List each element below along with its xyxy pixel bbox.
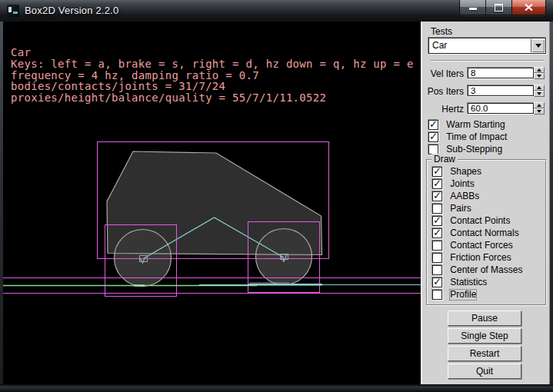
checkbox-row-joints[interactable]: ✓ Joints xyxy=(432,179,522,189)
spinner-down-button[interactable] xyxy=(534,108,545,115)
spinner-up-button[interactable] xyxy=(534,102,545,108)
spinner-row-vel-iters: Vel Iters 8 xyxy=(424,68,547,78)
checkbox-row-center-of-masses[interactable]: ✓ Center of Masses xyxy=(432,265,522,275)
checkbox-label: Time of Impact xyxy=(446,132,507,142)
test-select-arrow-button[interactable] xyxy=(531,39,545,52)
spinner-label: Vel Iters xyxy=(424,68,464,79)
spinner-field[interactable]: 60.0 xyxy=(468,103,534,114)
checkbox-label: Center of Masses xyxy=(450,265,522,275)
spinner-arrows xyxy=(534,85,545,97)
checkmark-icon: ✓ xyxy=(433,276,441,287)
checkbox-row-friction-forces[interactable]: ✓ Friction Forces xyxy=(432,253,522,263)
spinner-field[interactable]: 3 xyxy=(468,85,534,96)
checkmark-icon: ✓ xyxy=(433,227,441,238)
spinner-row-hertz: Hertz 60.0 xyxy=(424,103,547,114)
checkbox-row-contact-normals[interactable]: ✓ Contact Normals xyxy=(432,228,522,238)
close-button[interactable] xyxy=(511,0,545,15)
checkbox-joints[interactable]: ✓ xyxy=(432,179,442,189)
arrow-up-icon xyxy=(537,86,541,89)
pause-button[interactable]: Pause xyxy=(448,311,521,326)
checkbox-row-contact-forces[interactable]: ✓ Contact Forces xyxy=(432,241,522,251)
checkbox-row-warm-starting[interactable]: ✓ Warm Starting xyxy=(428,120,507,130)
spinner-down-button[interactable] xyxy=(534,73,545,79)
debug-line: Car xyxy=(11,47,414,58)
simulation-canvas[interactable]: CarKeys: left = a, brake = s, right = d,… xyxy=(3,22,421,384)
debug-line: frequency = 4 hz, damping ratio = 0.7 xyxy=(11,70,414,81)
spinner-field[interactable]: 8 xyxy=(468,68,534,78)
draw-toggles: ✓ Shapes ✓ Joints ✓ AABBs ✓ Pairs ✓ Cont… xyxy=(432,167,522,302)
spinner-value: 60.0 xyxy=(471,104,488,113)
arrow-up-icon xyxy=(537,104,541,107)
spinner-row-pos-iters: Pos Iters 3 xyxy=(424,85,547,96)
checkbox-label: Warm Starting xyxy=(446,120,505,130)
test-select[interactable]: Car xyxy=(428,38,546,54)
debug-line: Keys: left = a, brake = s, right = d, hz… xyxy=(11,58,414,70)
checkbox-time-of-impact[interactable]: ✓ xyxy=(428,132,438,142)
checkbox-label: Friction Forces xyxy=(450,253,511,263)
checkbox-pairs[interactable]: ✓ xyxy=(432,204,442,214)
iteration-spinners: Vel Iters 8 Pos Iters 3 Hertz 60.0 xyxy=(424,68,547,121)
spinner-up-button[interactable] xyxy=(534,85,545,91)
restart-button[interactable]: Restart xyxy=(448,346,521,361)
window-title: Box2D Version 2.2.0 xyxy=(25,5,118,16)
action-buttons: PauseSingle StepRestartQuit xyxy=(448,311,521,381)
checkbox-statistics[interactable]: ✓ xyxy=(432,277,442,287)
checkbox-row-profile[interactable]: ✓ Profile xyxy=(432,290,522,300)
arrow-down-icon xyxy=(537,92,541,95)
separator xyxy=(430,60,544,61)
close-icon xyxy=(524,3,534,12)
checkbox-label: Shapes xyxy=(450,167,481,177)
checkbox-friction-forces[interactable]: ✓ xyxy=(432,253,442,263)
checkbox-row-pairs[interactable]: ✓ Pairs xyxy=(432,204,522,214)
arrow-down-icon xyxy=(537,110,541,113)
checkmark-icon: ✓ xyxy=(433,214,441,226)
single-step-button[interactable]: Single Step xyxy=(448,328,521,344)
debug-text: CarKeys: left = a, brake = s, right = d,… xyxy=(11,47,414,104)
checkmark-icon: ✓ xyxy=(433,165,441,177)
checkbox-warm-starting[interactable]: ✓ xyxy=(428,120,438,130)
spinner-up-button[interactable] xyxy=(534,67,545,73)
test-select-value: Car xyxy=(432,40,447,51)
draw-group-title: Draw xyxy=(431,154,458,164)
checkbox-profile[interactable]: ✓ xyxy=(432,290,442,300)
draw-group: Draw ✓ Shapes ✓ Joints ✓ AABBs ✓ Pairs ✓… xyxy=(426,159,546,305)
checkbox-shapes[interactable]: ✓ xyxy=(432,167,442,177)
debug-line: bodies/contacts/joints = 31/7/24 xyxy=(11,81,414,92)
arrow-down-icon xyxy=(537,75,541,78)
checkbox-aabbs[interactable]: ✓ xyxy=(432,191,442,201)
checkbox-row-shapes[interactable]: ✓ Shapes xyxy=(432,167,522,177)
spinner-down-button[interactable] xyxy=(534,91,545,97)
checkmark-icon: ✓ xyxy=(429,118,438,130)
checkbox-label: Contact Normals xyxy=(450,228,518,238)
checkbox-label: Statistics xyxy=(450,277,487,287)
minimize-icon xyxy=(469,8,477,10)
checkbox-contact-normals[interactable]: ✓ xyxy=(432,228,442,238)
checkbox-row-time-of-impact[interactable]: ✓ Time of Impact xyxy=(428,132,507,142)
checkbox-contact-points[interactable]: ✓ xyxy=(432,216,442,226)
maximize-button[interactable] xyxy=(485,0,511,15)
minimize-button[interactable] xyxy=(460,0,485,15)
spinner-arrows xyxy=(534,67,545,79)
car-front-wheel xyxy=(256,229,312,285)
spinner-label: Hertz xyxy=(424,104,464,115)
window-border-bottom xyxy=(0,384,553,392)
checkbox-label: Contact Forces xyxy=(450,241,512,251)
titlebar[interactable]: Box2D Version 2.2.0 xyxy=(0,0,553,22)
checkbox-label: Profile xyxy=(450,290,476,300)
debug-line: proxies/height/balance/quality = 55/7/1/… xyxy=(11,92,414,104)
quit-button[interactable]: Quit xyxy=(448,364,521,379)
checkbox-label: Joints xyxy=(450,179,474,189)
control-panel: Tests Car Vel Iters 8 Pos Iters 3 Hertz xyxy=(421,22,550,384)
arrow-up-icon xyxy=(537,68,541,71)
checkbox-row-aabbs[interactable]: ✓ AABBs xyxy=(432,191,522,201)
checkbox-center-of-masses[interactable]: ✓ xyxy=(432,265,442,275)
checkbox-contact-forces[interactable]: ✓ xyxy=(432,241,442,251)
spinner-value: 3 xyxy=(471,86,475,95)
checkbox-row-statistics[interactable]: ✓ Statistics xyxy=(432,277,522,287)
window-border-right xyxy=(550,22,553,384)
checkbox-row-contact-points[interactable]: ✓ Contact Points xyxy=(432,216,522,226)
spinner-arrows xyxy=(534,102,545,115)
checkbox-label: Pairs xyxy=(450,204,471,214)
checkmark-icon: ✓ xyxy=(429,131,438,142)
app-icon xyxy=(7,5,19,17)
